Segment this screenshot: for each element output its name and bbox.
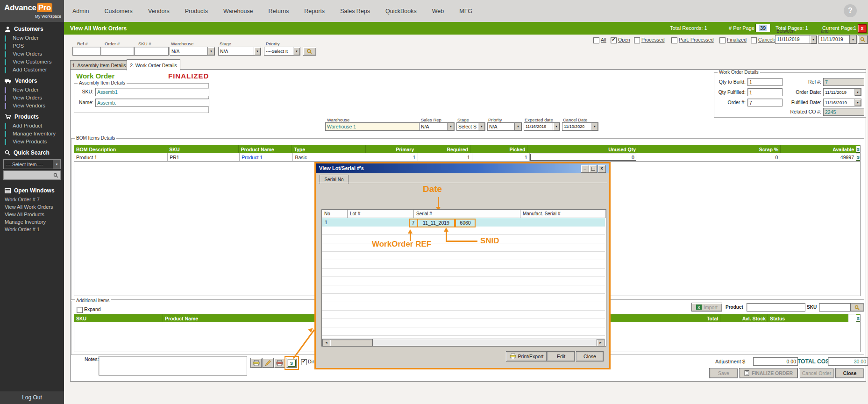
assembly-sku-input[interactable]: Assemb1 bbox=[95, 88, 209, 96]
stage-filter-select[interactable]: N/A▼ bbox=[218, 47, 261, 56]
finalized-checkbox-label[interactable]: Finalized bbox=[727, 37, 747, 43]
serial-icon[interactable]: S bbox=[856, 154, 860, 161]
unused-qty-input[interactable]: 0 bbox=[530, 154, 636, 161]
additional-product-input[interactable] bbox=[747, 303, 805, 312]
save-button[interactable]: Save bbox=[709, 368, 738, 378]
menu-item-returns[interactable]: Returns bbox=[269, 8, 289, 14]
expand-checkbox[interactable] bbox=[77, 307, 83, 313]
print-export-button[interactable]: Print/Export bbox=[506, 351, 547, 361]
ref-filter-input[interactable] bbox=[72, 47, 101, 56]
quick-search-input[interactable] bbox=[3, 170, 61, 180]
sidebar-item-add-customer[interactable]: Add Customer bbox=[0, 66, 64, 74]
sidebar-item-customers-new-order[interactable]: New Order bbox=[0, 34, 64, 42]
cancel-order-button[interactable]: Cancel Order bbox=[799, 368, 834, 378]
order-date-select[interactable]: 11/11/2019▼ bbox=[823, 88, 861, 96]
menu-item-quickbooks[interactable]: QuickBooks bbox=[385, 8, 417, 14]
cancel-date-select[interactable]: 11/10/2020▼ bbox=[562, 122, 598, 131]
scroll-left-icon[interactable]: ◄ bbox=[322, 339, 330, 347]
sidebar-item-add-product[interactable]: Add Product bbox=[0, 122, 64, 130]
maximize-icon[interactable] bbox=[589, 165, 597, 173]
additional-search-button[interactable] bbox=[850, 303, 864, 312]
sidebar-item-view-vendors[interactable]: View Vendors bbox=[0, 102, 64, 110]
qty-fulfilled-input[interactable]: 1 bbox=[747, 88, 783, 96]
import-button[interactable]: X Import bbox=[691, 303, 722, 312]
processed-checkbox[interactable] bbox=[634, 37, 640, 43]
snid-annotation-line-vertical bbox=[446, 229, 447, 242]
menu-item-sales-reps[interactable]: Sales Reps bbox=[340, 8, 370, 14]
additional-header-sku: SKU bbox=[74, 314, 163, 322]
order-number-input[interactable]: 7 bbox=[747, 99, 783, 106]
print-labels-button[interactable] bbox=[274, 358, 285, 368]
menu-item-warehouse[interactable]: Warehouse bbox=[223, 8, 253, 14]
quick-search-select[interactable]: ----Select Item----▼ bbox=[3, 159, 61, 169]
menu-item-admin[interactable]: Admin bbox=[72, 8, 89, 14]
additional-sku-input[interactable] bbox=[819, 303, 852, 312]
menu-item-reports[interactable]: Reports bbox=[304, 8, 325, 14]
priority-filter-select[interactable]: ----Select It▼ bbox=[264, 47, 300, 56]
finalize-order-button[interactable]: FINALIZE ORDER bbox=[739, 368, 798, 378]
adjustment-input[interactable]: 0.00 bbox=[753, 357, 798, 366]
modal-edit-button[interactable]: Edit bbox=[547, 351, 575, 361]
open-window-manage-inventory[interactable]: Manage Inventory bbox=[0, 218, 64, 226]
app-logo: AdvancePro My Workspace bbox=[0, 0, 64, 22]
sidebar-item-manage-inventory[interactable]: Manage Inventory bbox=[0, 130, 64, 138]
all-checkbox[interactable] bbox=[593, 37, 599, 43]
warehouse-filter-select[interactable]: N/A▼ bbox=[170, 47, 215, 56]
sidebar-item-pos[interactable]: POS bbox=[0, 42, 64, 50]
open-window-work-order-7[interactable]: Work Order # 7 bbox=[0, 196, 64, 203]
minimize-icon[interactable]: _ bbox=[581, 165, 589, 173]
open-checkbox-label[interactable]: Open bbox=[618, 37, 630, 43]
fulfilled-date-select[interactable]: 11/16/2019▼ bbox=[823, 99, 861, 106]
processed-checkbox-label[interactable]: Processed bbox=[641, 37, 665, 43]
warehouse-input[interactable]: Warehouse 1 bbox=[325, 122, 420, 131]
open-checkbox[interactable] bbox=[611, 37, 617, 43]
help-icon[interactable]: ? bbox=[844, 4, 857, 17]
expected-date-select[interactable]: 11/16/2019▼ bbox=[524, 122, 560, 131]
part-processed-checkbox[interactable] bbox=[671, 37, 677, 43]
sidebar-item-view-products[interactable]: View Products bbox=[0, 138, 64, 146]
date-to-select[interactable]: 11/11/2019▼ bbox=[818, 35, 857, 44]
sidebar-item-view-customers[interactable]: View Customers bbox=[0, 58, 64, 66]
order-filter-input[interactable] bbox=[100, 47, 134, 56]
tab-work-order-details[interactable]: 2. Work Order Details bbox=[127, 59, 180, 71]
menu-item-web[interactable]: Web bbox=[432, 8, 444, 14]
print-notes-button[interactable] bbox=[250, 358, 262, 368]
product-link[interactable]: Product 1 bbox=[242, 155, 263, 160]
date-from-select[interactable]: 11/11/2019▼ bbox=[775, 35, 817, 44]
filter-search-button[interactable] bbox=[303, 47, 316, 56]
menu-item-vendors[interactable]: Vendors bbox=[148, 8, 170, 14]
sidebar-item-vendors-new-order[interactable]: New Order bbox=[0, 86, 64, 94]
canceled-checkbox[interactable] bbox=[751, 37, 757, 43]
direct-checkbox[interactable] bbox=[301, 359, 307, 365]
scrollbar-thumb[interactable] bbox=[330, 339, 373, 347]
date-search-button[interactable] bbox=[858, 35, 868, 44]
menu-item-products[interactable]: Products bbox=[185, 8, 208, 14]
menu-item-mfg[interactable]: MFG bbox=[459, 8, 472, 14]
open-window-view-all-work-orders[interactable]: View All Work Orders bbox=[0, 203, 64, 211]
all-checkbox-label[interactable]: All bbox=[601, 37, 606, 43]
sku-filter-input[interactable] bbox=[134, 47, 169, 56]
modal-title-bar[interactable]: View Lot/Serial #'s _ x bbox=[316, 163, 609, 173]
priority-select[interactable]: N/A▼ bbox=[487, 122, 522, 131]
close-icon[interactable]: x bbox=[598, 165, 606, 173]
horizontal-scrollbar[interactable]: ◄ ► bbox=[322, 339, 605, 346]
sales-rep-select[interactable]: N/A▼ bbox=[419, 122, 455, 131]
notes-textarea[interactable] bbox=[99, 356, 247, 376]
per-page-input[interactable]: 39 bbox=[755, 24, 770, 32]
finalized-checkbox[interactable] bbox=[719, 37, 726, 43]
close-button[interactable]: Close bbox=[835, 368, 864, 378]
part-processed-checkbox-label[interactable]: Part. Processed bbox=[679, 37, 714, 43]
close-page-button[interactable]: x bbox=[858, 24, 867, 33]
edit-notes-button[interactable] bbox=[262, 358, 274, 368]
sidebar-item-vendors-view-orders[interactable]: View Orders bbox=[0, 94, 64, 102]
logout-button[interactable]: Log Out bbox=[0, 391, 64, 404]
open-window-work-order-1[interactable]: Work Order # 1 bbox=[0, 226, 64, 233]
qty-to-build-input[interactable]: 1 bbox=[747, 78, 783, 86]
menu-item-customers[interactable]: Customers bbox=[104, 8, 132, 14]
modal-close-button[interactable]: Close bbox=[576, 351, 604, 361]
open-window-view-all-products[interactable]: View All Products bbox=[0, 211, 64, 218]
scroll-right-icon[interactable]: ► bbox=[597, 339, 605, 347]
stage-select[interactable]: Select S▼ bbox=[456, 122, 485, 131]
sidebar-item-customers-view-orders[interactable]: View Orders bbox=[0, 50, 64, 58]
assembly-name-input[interactable]: Assemb. bbox=[95, 99, 209, 107]
